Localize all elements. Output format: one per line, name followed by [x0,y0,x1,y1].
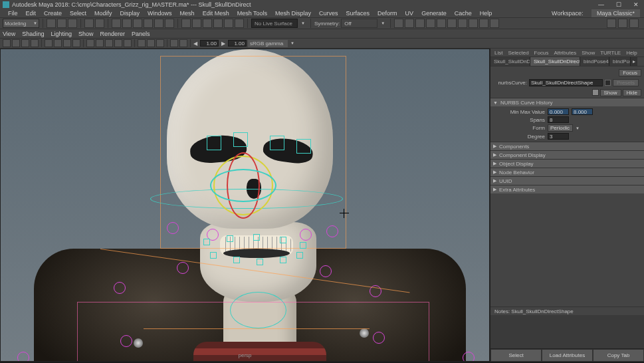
rotate-tool-icon[interactable] [154,19,163,28]
ae-tab-bindpose[interactable]: bindPose47 [580,57,609,66]
gate-mask-icon[interactable] [72,39,80,47]
rig-lip-ctrl[interactable] [280,257,286,263]
rotate-manipulator[interactable] [207,149,286,229]
bookmark-icon[interactable] [12,39,20,47]
form-dropdown[interactable]: Periodic [548,124,573,132]
ae-menu-show[interactable]: Show [582,50,595,56]
degree-field[interactable] [548,133,569,140]
live-surface-dropdown[interactable]: No Live Surface [251,19,298,28]
section-components[interactable]: ▶ Components [490,142,644,150]
triangle-right-icon[interactable]: ▶ [221,41,225,47]
resolution-gate-icon[interactable] [63,39,71,47]
paint-select-icon[interactable] [133,19,142,28]
ae-menu-selected[interactable]: Selected [508,50,528,56]
ae-menu-turtle[interactable]: TURTLE [600,50,621,56]
viewpanel-menu-lighting[interactable]: Lighting [51,31,72,37]
viewpanel-menu-renderer[interactable]: Renderer [100,31,125,37]
image-plane-icon[interactable] [21,39,29,47]
render-view-icon[interactable] [437,19,446,28]
focus-button[interactable]: Focus [619,69,641,76]
section-extra-attributes[interactable]: ▶ Extra Attributes [490,185,644,193]
smooth-shade-icon[interactable] [96,39,104,47]
film-gate-icon[interactable] [54,39,62,47]
workspace-dropdown[interactable]: Maya Classic* [591,9,640,17]
grid-icon[interactable] [45,39,53,47]
section-uuid[interactable]: ▶ UUID [490,176,644,185]
menu-file[interactable]: File [4,10,22,17]
lasso-tool-icon[interactable] [122,19,132,28]
lights-icon[interactable] [114,39,122,47]
exposure-toggle-icon[interactable] [170,39,178,47]
rig-lip-ctrl[interactable] [233,257,240,263]
rig-lip-ctrl[interactable] [300,242,306,249]
menu-help[interactable]: Help [476,10,496,17]
workspace-mode-dropdown[interactable]: Modeling▼ [3,19,39,28]
ipr-render-icon[interactable] [415,19,425,28]
menu-mesh-tools[interactable]: Mesh Tools [233,10,271,17]
shadows-icon[interactable] [124,39,132,47]
snap-plane-icon[interactable] [213,19,223,28]
rig-misc-ctrl[interactable] [300,229,312,241]
triangle-left-icon[interactable]: ◀ [193,41,197,47]
viewpanel-menu-view[interactable]: View [3,31,15,37]
snap-point-icon[interactable] [203,19,212,28]
copy-tab-button[interactable]: Copy Tab [593,349,644,362]
exposure-icon[interactable] [490,19,499,28]
rig-misc-ctrl[interactable] [177,262,189,274]
snap-curve-icon[interactable] [192,19,201,28]
select-tool-icon[interactable] [112,19,121,28]
viewpanel-menu-shading[interactable]: Shading [22,31,44,37]
window-minimize-button[interactable]: — [595,1,607,8]
ae-tab-scroll-right[interactable]: ▸ [631,57,637,66]
ae-menu-list[interactable]: List [494,50,502,56]
snap-live-icon[interactable] [224,19,233,28]
menu-mesh[interactable]: Mesh [176,10,199,17]
rig-lip-ctrl[interactable] [280,237,286,243]
xray-joints-icon[interactable] [156,39,164,47]
window-maximize-button[interactable]: ☐ [613,1,624,8]
snap-grid-icon[interactable] [181,19,191,28]
menu-modify[interactable]: Modify [90,10,116,17]
menu-edit[interactable]: Edit [22,10,41,17]
show-button[interactable]: Show [600,89,621,96]
undo-icon[interactable] [84,19,94,28]
rig-lip-ctrl[interactable] [296,252,303,259]
render-icon[interactable] [405,19,414,28]
menu-mesh-display[interactable]: Mesh Display [271,10,315,17]
history-icon[interactable] [394,19,403,28]
menu-windows[interactable]: Windows [144,10,176,17]
2d-pan-icon[interactable] [31,39,39,47]
wireframe-icon[interactable] [86,39,94,47]
symmetry-dropdown[interactable]: Off [341,19,377,28]
menu-edit-mesh[interactable]: Edit Mesh [199,10,233,17]
rig-brow-ctrl[interactable] [207,136,221,150]
new-scene-icon[interactable] [47,19,56,28]
rig-lip-ctrl[interactable] [210,252,217,259]
rig-misc-ctrl[interactable] [320,265,332,277]
ae-menu-help[interactable]: Help [626,50,637,56]
rig-lip-ctrl[interactable] [203,239,210,245]
section-nurbs-curve-history[interactable]: ▼ NURBS Curve History [490,98,644,106]
scale-tool-icon[interactable] [165,19,174,28]
lock-checkbox[interactable] [605,80,611,86]
isolate-icon[interactable] [138,39,146,47]
load-attributes-button[interactable]: Load Attributes [542,349,593,362]
ae-menu-attributes[interactable]: Attributes [554,50,576,56]
section-component-display[interactable]: ▶ Component Display [490,150,644,159]
move-tool-icon[interactable] [144,19,153,28]
menu-create[interactable]: Create [40,10,66,17]
toggle-2-icon[interactable] [618,19,627,28]
menu-surfaces[interactable]: Surfaces [342,10,374,17]
rig-misc-ctrl[interactable] [463,352,475,362]
max-value-field[interactable] [572,108,593,115]
rig-lip-ctrl[interactable] [253,234,260,241]
xray-icon[interactable] [147,39,155,47]
rig-brow-ctrl[interactable] [233,132,248,147]
window-close-button[interactable]: ✕ [631,1,641,8]
rig-misc-ctrl[interactable] [167,222,179,234]
light-editor-icon[interactable] [458,19,467,28]
viewport-persp[interactable]: persp [0,49,490,362]
rig-misc-ctrl[interactable] [114,282,126,294]
hypershade-icon[interactable] [447,19,457,28]
viewpanel-menu-panels[interactable]: Panels [132,31,150,37]
